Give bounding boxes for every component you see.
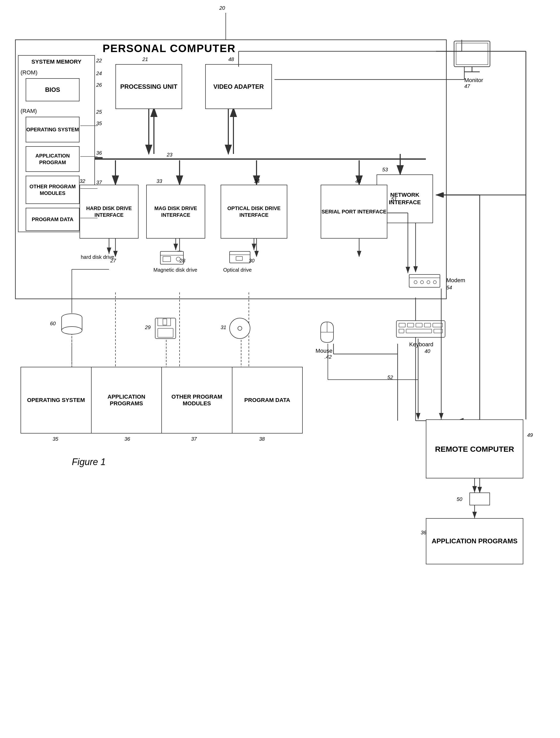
ref-36-top: 36 [96,150,102,156]
svg-point-65 [61,327,82,334]
app-programs-bottom-box: APPLICATION PROGRAMS [91,367,162,433]
svg-point-71 [238,326,242,330]
ref-30: 30 [249,258,255,264]
modem-icon [408,273,441,290]
monitor-icon [452,38,493,75]
ref-54: 54 [446,285,452,291]
ref-23: 23 [167,152,173,158]
serial-port-box: SERIAL PORT INTERFACE [321,185,387,239]
optical-drive-icon [228,250,251,265]
diagram-container: 20 PERSONAL COMPUTER SYSTEM MEMORY 22 (R… [0,0,560,738]
keyboard-icon [395,318,446,340]
other-modules-bottom-box: OTHER PROGRAM MODULES [162,367,232,433]
program-data-box-top: PROGRAM DATA [26,208,79,231]
processing-unit-box: PROCESSING UNIT [115,64,182,109]
ref-27: 27 [110,258,116,264]
ref-40: 40 [425,348,430,354]
ref-20: 20 [219,5,225,11]
ref-36-remote: 36 [421,530,427,535]
ref-60: 60 [50,321,56,327]
mouse-label: Mouse [315,348,332,354]
bios-box: BIOS [26,78,79,101]
ref-50: 50 [457,496,462,502]
ref-51: 51 [391,196,397,202]
ref-53: 53 [382,167,388,172]
ref-50-connector [470,492,490,505]
ref-22: 22 [96,58,102,64]
ref-24: 24 [96,70,102,76]
os-bottom-box: OPERATING SYSTEM [21,367,91,433]
other-modules-box-top: OTHER PROGRAM MODULES [26,176,79,204]
ram-label: (RAM) [20,108,37,114]
os-box-top: OPERATING SYSTEM [26,117,79,142]
ref-35-bottom: 35 [53,436,58,442]
ref-31: 31 [221,325,226,330]
ref-48: 48 [228,56,234,62]
mag-interface-box: MAG DISK DRIVE INTERFACE [146,185,205,239]
app-programs-remote-box: APPLICATION PROGRAMS [426,518,523,564]
optical-interface-box: OPTICAL DISK DRIVE INTERFACE [221,185,287,239]
hdd-cylinder-icon [59,313,85,337]
ref-49: 49 [527,432,533,438]
optical-drive-label: Optical drive [223,267,252,273]
video-adapter-box: VIDEO ADAPTER [205,64,272,109]
mouse-icon [318,321,336,345]
ref-52: 52 [387,375,393,380]
ref-37-bottom: 37 [191,436,197,442]
app-program-box-top: APPLICATION PROGRAM [26,146,79,172]
program-data-bottom-box: PROGRAM DATA [232,367,302,433]
ref-29: 29 [145,325,151,330]
hdd-label: hard disk drive [81,254,114,260]
svg-rect-58 [456,43,488,65]
ref-35-top: 35 [96,120,102,126]
personal-computer-label: PERSONAL COMPUTER [102,42,236,55]
ref-47: 47 [464,83,470,89]
ref-28: 28 [180,258,185,264]
ref-33: 33 [157,178,162,184]
remote-computer-box: REMOTE COMPUTER [426,419,523,478]
ref-32: 32 [79,178,85,184]
figure-label: Figure 1 [72,457,106,467]
hdd-interface-box: HARD DISK DRIVE INTERFACE [79,185,138,239]
ref-26: 26 [96,82,102,88]
optical-disk-icon [228,317,251,341]
modem-label: Modem [446,277,465,284]
svg-rect-48 [230,251,250,263]
ref-38-bottom: 38 [259,436,265,442]
floppy-icon [154,317,177,341]
ref-34: 34 [254,178,260,184]
ref-46: 46 [355,178,361,184]
ref-21: 21 [143,56,148,62]
ref-25: 25 [96,109,102,115]
ref-36-bottom: 36 [124,436,130,442]
ref-42: .42 [324,354,332,360]
system-memory-label: SYSTEM MEMORY [18,58,94,66]
magnetic-disk-label: Magnetic disk drive [154,267,197,273]
keyboard-label: Keyboard [409,341,433,348]
rom-label: (ROM) [20,69,37,76]
monitor-label: Monitor [464,77,483,84]
bottom-programs-box: OPERATING SYSTEM APPLICATION PROGRAMS OT… [20,367,303,433]
